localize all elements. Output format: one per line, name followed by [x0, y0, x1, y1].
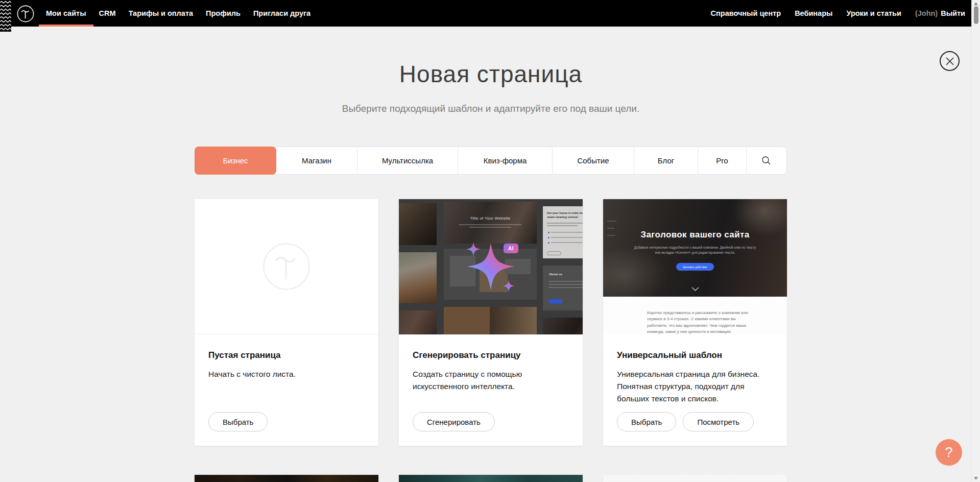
template-cta-button: Целевое действие — [676, 263, 714, 271]
generate-button[interactable]: Сгенерировать — [413, 412, 495, 431]
template-preview — [195, 475, 378, 482]
user-name: (John) — [915, 0, 938, 27]
search-icon — [761, 156, 771, 165]
tab-event[interactable]: Событие — [552, 147, 634, 174]
nav-item-profile[interactable]: Профиль — [206, 0, 241, 27]
tab-shop[interactable]: Магазин — [276, 147, 357, 174]
template-preview — [603, 475, 787, 482]
card-title: Универсальный шаблон — [617, 350, 773, 360]
nav-item-invite-friend[interactable]: Пригласи друга — [253, 0, 310, 27]
ai-generate-preview: Title of Your Website Get your house in … — [399, 199, 583, 334]
ai-badge: AI — [504, 244, 518, 253]
tab-quiz-form[interactable]: Квиз-форма — [458, 147, 552, 174]
template-hero: Заголовок вашего сайта Добавьте интересн… — [603, 199, 787, 297]
main-menu: Мои сайты CRM Тарифы и оплата Профиль Пр… — [46, 0, 310, 27]
question-icon: ? — [945, 445, 952, 460]
card-description: Начать с чистого листа. — [208, 368, 362, 380]
nav-item-webinars[interactable]: Вебинары — [795, 0, 832, 27]
card-title: Пустая страница — [208, 350, 364, 360]
card-blank-page[interactable]: Пустая страница Начать с чистого листа. … — [195, 199, 378, 446]
scrollbar-thumb[interactable] — [974, 6, 978, 24]
card-universal-template[interactable]: Заголовок вашего сайта Добавьте интересн… — [603, 199, 787, 446]
template-card-partial[interactable] — [399, 475, 583, 482]
tab-blog[interactable]: Блог — [634, 147, 698, 174]
template-preview — [399, 475, 583, 482]
close-button[interactable] — [940, 51, 960, 71]
template-card-partial[interactable] — [603, 475, 787, 482]
universal-template-preview: Заголовок вашего сайта Добавьте интересн… — [603, 199, 787, 334]
tab-search[interactable] — [746, 147, 786, 174]
chevron-down-icon — [691, 287, 699, 291]
blank-page-preview — [195, 199, 378, 334]
top-navigation-bar: Мои сайты CRM Тарифы и оплата Профиль Пр… — [0, 0, 971, 27]
card-info: Сгенерировать страницу Создать страницу … — [399, 334, 583, 446]
template-body-text: Коротко представьтесь и расскажите о ком… — [647, 310, 748, 334]
card-description: Создать страницу с помощью искусственног… — [413, 368, 544, 393]
card-info: Универсальный шаблон Универсальная стран… — [603, 334, 787, 446]
select-button[interactable]: Выбрать — [208, 412, 268, 431]
user-block: (John) Выйти — [915, 0, 965, 27]
tab-pro[interactable]: Pro — [698, 147, 746, 174]
view-button[interactable]: Посмотреть — [683, 412, 754, 431]
vertical-scrollbar[interactable] — [971, 0, 980, 482]
nav-item-lessons[interactable]: Уроки и статьи — [846, 0, 901, 27]
help-button[interactable]: ? — [936, 439, 962, 466]
close-icon — [945, 57, 954, 66]
tab-business[interactable]: Бизнес — [195, 147, 276, 175]
card-info: Пустая страница Начать с чистого листа. … — [195, 334, 378, 446]
zigzag-pattern — [0, 0, 11, 34]
page-subtitle: Выберите подходящий шаблон и адаптируйте… — [0, 103, 980, 114]
scrollbar-up-icon[interactable] — [974, 2, 978, 5]
template-card-grid: Пустая страница Начать с чистого листа. … — [195, 199, 787, 482]
tilda-logo-watermark-icon — [262, 242, 311, 291]
template-hero-subtitle: Добавьте интересные подробности о вашей … — [631, 245, 759, 256]
page-title: Новая страница — [0, 60, 980, 88]
tilda-logo-icon[interactable] — [17, 5, 34, 25]
template-card-partial[interactable] — [195, 475, 378, 482]
logout-link[interactable]: Выйти — [941, 0, 965, 27]
tab-multilink[interactable]: Мультиссылка — [357, 147, 458, 174]
ai-sparkles-icon — [399, 199, 583, 334]
template-body: Коротко представьтесь и расскажите о ком… — [603, 297, 787, 334]
secondary-menu: Справочный центр Вебинары Уроки и статьи… — [711, 0, 971, 27]
template-category-tabs: Бизнес Магазин Мультиссылка Квиз-форма С… — [195, 147, 787, 175]
card-description: Универсальная страница для бизнеса. Поня… — [617, 368, 776, 405]
scrollbar-down-icon[interactable] — [974, 477, 978, 480]
card-title: Сгенерировать страницу — [413, 350, 568, 360]
card-ai-generate[interactable]: Title of Your Website Get your house in … — [399, 199, 583, 446]
nav-item-crm[interactable]: CRM — [99, 0, 116, 27]
nav-item-help-center[interactable]: Справочный центр — [711, 0, 781, 27]
nav-item-tariffs[interactable]: Тарифы и оплата — [129, 0, 193, 27]
template-hero-title: Заголовок вашего сайта — [603, 230, 787, 240]
nav-item-my-sites[interactable]: Мои сайты — [46, 0, 86, 27]
select-button[interactable]: Выбрать — [617, 412, 676, 431]
